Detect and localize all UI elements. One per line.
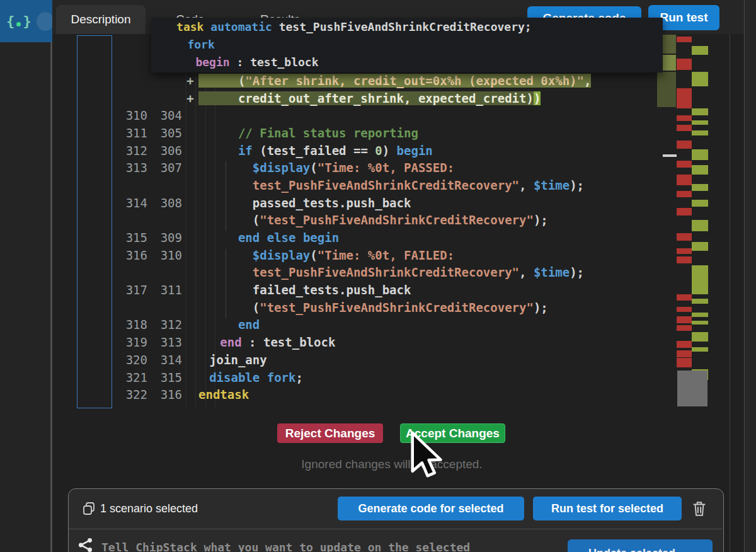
diff-note-text: Ignored changes will be accepted. <box>301 457 482 471</box>
code-line[interactable]: test_PushFiveAndShrinkCreditRecovery", $… <box>52 176 652 194</box>
line-number-old: 311 <box>147 283 182 297</box>
code-token: credit_out_after_shrink, expected_credit… <box>238 91 534 105</box>
minimap-diff-block <box>692 299 708 304</box>
minimap-diff-block <box>692 242 708 251</box>
code-line[interactable]: 321315disable fork; <box>52 369 652 386</box>
chipstack-logo[interactable]: { } <box>0 0 54 42</box>
run-test-for-selected-button[interactable]: Run test for selected <box>533 497 682 520</box>
minimap-position-marker <box>663 154 677 157</box>
code-token: test_PushFiveAndShrinkCreditRecovery; <box>272 20 532 33</box>
code-token: ; <box>295 371 302 384</box>
line-number-old: 307 <box>147 161 182 175</box>
minimap-diff-block <box>692 72 708 86</box>
code-token: ) <box>382 144 397 158</box>
minimap-diff-block <box>692 46 708 55</box>
tooltip-code-line: task automatic test_PushFiveAndShrinkCre… <box>151 18 663 36</box>
line-number-new: 318 <box>52 318 147 331</box>
app-window: { } Description Code Results Generate co… <box>0 0 756 552</box>
chipstack-prompt-icon <box>77 537 94 552</box>
code-line[interactable]: ("test_PushFiveAndShrinkCreditRecovery")… <box>52 299 652 316</box>
generate-code-for-selected-button[interactable]: Generate code for selected <box>338 497 524 520</box>
code-token: fork <box>267 371 296 384</box>
line-number-old: 314 <box>147 353 182 367</box>
code-line[interactable]: 320314join_any <box>52 351 652 369</box>
code-token: ( <box>310 248 317 262</box>
code-line[interactable]: 315309end else begin <box>52 229 652 246</box>
trash-icon[interactable] <box>691 500 707 517</box>
code-line[interactable]: 310304 <box>52 106 652 124</box>
minimap-border <box>730 34 730 552</box>
copy-icon <box>81 501 96 516</box>
minimap-diff-block <box>692 347 708 352</box>
code-line[interactable]: 314308passed_tests.push_back <box>52 194 652 212</box>
code-token: // Final status reporting <box>238 126 418 140</box>
code-token: begin <box>397 144 433 158</box>
minimap-diff-block <box>692 149 708 160</box>
minimap-diff-block <box>692 108 708 115</box>
code-token: ( <box>238 74 245 88</box>
mouse-cursor <box>411 431 445 479</box>
code-token: else <box>267 231 296 244</box>
code-line[interactable]: 312306if (test_failed == 0) begin <box>52 142 652 159</box>
panel-divider <box>69 529 722 529</box>
code-line[interactable]: 316310$display("Time: %0t, FAILED: <box>52 246 652 264</box>
code-token: end <box>238 318 260 331</box>
minimap-diff-block <box>677 88 692 108</box>
code-braces-icon: { } <box>6 13 32 29</box>
code-line[interactable]: 313307$display("Time: %0t, PASSED: <box>52 159 652 176</box>
minimap-diff-block <box>692 265 708 294</box>
code-editor[interactable]: +("After shrink, credit_out=0x%h (expect… <box>52 34 744 552</box>
line-number-old: 305 <box>147 126 182 140</box>
minimap-diff-block <box>677 248 692 254</box>
code-token <box>260 371 266 384</box>
line-number-new: 320 <box>52 353 147 367</box>
code-line[interactable]: 319313end : test_block <box>52 333 652 351</box>
code-token: 0 <box>375 144 382 158</box>
minimap-diff-block <box>692 130 708 135</box>
minimap[interactable] <box>655 34 744 552</box>
prompt-input[interactable]: Tell ChipStack what you want to update o… <box>101 541 470 552</box>
minimap-diff-block <box>677 161 692 168</box>
left-sidebar: { } <box>0 0 52 552</box>
minimap-diff-block <box>677 358 692 367</box>
code-token: ( <box>253 213 260 227</box>
line-number-new: 315 <box>52 231 147 244</box>
minimap-diff-block <box>692 165 708 175</box>
code-token: join_any <box>209 353 267 367</box>
code-line[interactable]: +("After shrink, credit_out=0x%h (expect… <box>52 72 652 89</box>
code-line[interactable]: test_PushFiveAndShrinkCreditRecovery", $… <box>52 264 652 282</box>
line-number-new: 316 <box>52 248 147 262</box>
code-line[interactable]: 318312end <box>52 316 652 334</box>
code-line[interactable]: 322316endtask <box>52 386 652 403</box>
code-token: fork <box>187 38 214 51</box>
line-number-old: 313 <box>147 335 182 349</box>
line-number-old: 315 <box>147 371 182 384</box>
code-line[interactable]: 311305// Final status reporting <box>52 124 652 142</box>
update-selected-button[interactable]: Update selected → <box>568 539 713 552</box>
reject-changes-button[interactable]: Reject Changes <box>277 423 383 443</box>
minimap-diff-block <box>677 350 692 357</box>
right-edge-strip <box>744 0 756 552</box>
line-number-old: 306 <box>147 144 182 158</box>
code-token: test_PushFiveAndShrinkCreditRecovery" <box>253 265 519 279</box>
code-line[interactable]: +credit_out_after_shrink, expected_credi… <box>52 89 652 107</box>
update-selected-label: Update selected <box>588 547 675 552</box>
code-token: "Time: %0t, FAILED: <box>318 248 454 262</box>
code-line[interactable]: ("test_PushFiveAndShrinkCreditRecovery")… <box>52 212 652 229</box>
tab-description[interactable]: Description <box>56 5 146 34</box>
line-number-old: 308 <box>147 196 182 210</box>
code-token: "Time: %0t, PASSED: <box>318 161 454 175</box>
code-token: (test_failed == <box>253 144 375 158</box>
minimap-scrollbar-thumb[interactable] <box>677 371 707 406</box>
main-panel: Description Code Results Generate code R… <box>52 0 744 552</box>
minimap-diff-block <box>692 321 708 325</box>
code-token: endtask <box>198 388 249 401</box>
code-line[interactable]: 317311failed_tests.push_back <box>52 281 652 299</box>
minimap-diff-block <box>677 316 692 323</box>
diff-marker: + <box>182 74 198 88</box>
code-token: ) <box>534 91 541 105</box>
line-number-old: 312 <box>147 318 182 331</box>
code-token: if <box>238 144 253 158</box>
minimap-diff-block <box>657 72 676 107</box>
code-token: disable <box>209 371 260 384</box>
